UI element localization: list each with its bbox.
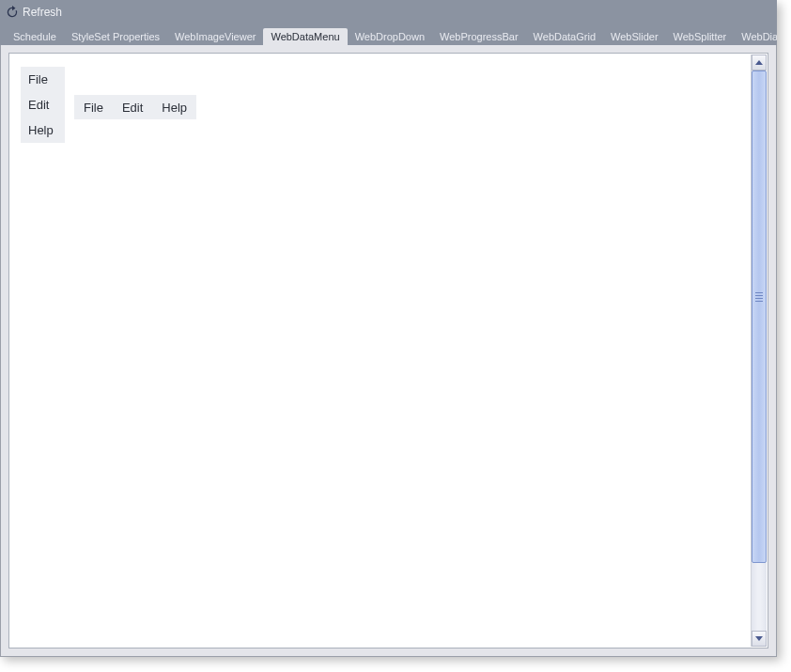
- window-title: Refresh: [23, 6, 62, 19]
- tab-webslider[interactable]: WebSlider: [603, 28, 666, 45]
- scroll-thumb[interactable]: [752, 70, 767, 563]
- menus-row: File Edit Help File Edit Help: [21, 67, 756, 143]
- tab-webimageviewer[interactable]: WebImageViewer: [167, 28, 263, 45]
- vertical-scrollbar[interactable]: [751, 55, 767, 647]
- thumb-grip-icon: [755, 292, 763, 302]
- tab-webdropdown[interactable]: WebDropDown: [348, 28, 432, 45]
- scroll-region: File Edit Help File Edit Help: [8, 53, 768, 649]
- chevron-down-icon: [755, 636, 763, 641]
- content-shell: File Edit Help File Edit Help: [0, 45, 777, 657]
- titlebar: Refresh: [0, 0, 777, 24]
- scroll-track[interactable]: [752, 70, 767, 631]
- horizontal-menu-item-file[interactable]: File: [74, 96, 113, 119]
- refresh-icon: [6, 6, 19, 19]
- horizontal-menu-item-edit[interactable]: Edit: [113, 96, 152, 119]
- tab-websplitter[interactable]: WebSplitter: [666, 28, 735, 45]
- tab-webdatamenu[interactable]: WebDataMenu: [263, 28, 347, 45]
- content-area: File Edit Help File Edit Help: [9, 54, 768, 648]
- vertical-menu-item-file[interactable]: File: [21, 67, 65, 92]
- vertical-menu-item-edit[interactable]: Edit: [21, 92, 65, 117]
- tab-webprogressbar[interactable]: WebProgressBar: [432, 28, 526, 45]
- tab-schedule[interactable]: Schedule: [6, 28, 64, 45]
- tab-webdatagrid[interactable]: WebDataGrid: [526, 28, 603, 45]
- app-window: Refresh Schedule StyleSet Properties Web…: [0, 0, 777, 657]
- scroll-down-button[interactable]: [752, 631, 767, 647]
- tabbar: Schedule StyleSet Properties WebImageVie…: [0, 24, 777, 45]
- scroll-up-button[interactable]: [752, 55, 767, 70]
- vertical-menu: File Edit Help: [21, 67, 65, 143]
- vertical-menu-item-help[interactable]: Help: [21, 117, 65, 143]
- horizontal-menu: File Edit Help: [74, 95, 196, 119]
- tab-styleset-properties[interactable]: StyleSet Properties: [64, 28, 167, 45]
- chevron-up-icon: [755, 60, 763, 65]
- tab-webdialogw[interactable]: WebDialogW: [734, 28, 777, 45]
- horizontal-menu-item-help[interactable]: Help: [152, 96, 196, 119]
